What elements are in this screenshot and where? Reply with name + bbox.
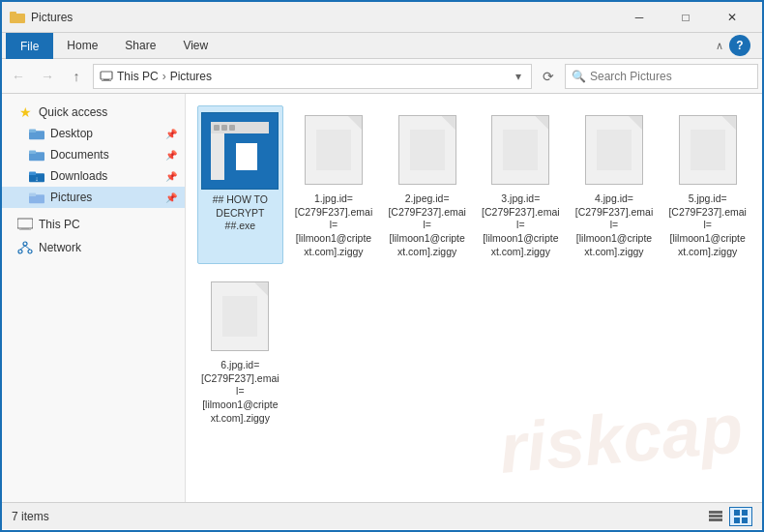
pin-icon-downloads: 📌 [165,171,177,182]
downloads-folder-icon: ↓ [29,168,44,184]
svg-rect-22 [709,511,722,514]
list-view-button[interactable] [704,507,727,526]
path-pictures[interactable]: Pictures [170,70,212,83]
network-icon [17,240,33,255]
svg-rect-6 [29,130,36,133]
svg-point-18 [18,250,22,253]
up-button[interactable]: ↑ [64,64,89,89]
ribbon-collapse-btn[interactable]: ∧ [716,40,723,52]
path-computer-icon [100,70,113,83]
desktop-folder-icon [29,126,44,141]
file-label-6: 6.jpg.id=[C279F237].email=[lilmoon1@crip… [201,359,279,425]
file-label-3: 3.jpg.id=[C279F237].email=[lilmoon1@crip… [482,192,560,258]
maximize-button[interactable]: □ [663,2,708,33]
sidebar-item-network[interactable]: Network [2,237,185,258]
svg-rect-24 [709,518,722,521]
svg-rect-27 [734,517,740,523]
file-label-5: 5.jpg.id=[C279F237].email=[lilmoon1@crip… [668,192,747,258]
svg-rect-16 [19,229,31,230]
file-thumb-exe [201,112,279,190]
sidebar-item-downloads[interactable]: ↓ Downloads 📌 [2,165,185,187]
forward-button[interactable]: → [35,64,60,89]
svg-rect-25 [734,510,740,516]
file-thumb-5 [669,111,747,189]
view-buttons [704,507,752,526]
close-button[interactable]: ✕ [710,2,754,33]
svg-point-17 [23,242,27,246]
svg-line-21 [25,246,30,250]
list-view-icon [709,510,722,523]
file-item-2[interactable]: 2.jpeg.id=[C279F237].email=[lilmoon1@cri… [384,105,470,264]
sidebar-label-this-pc: This PC [39,218,80,231]
search-icon: 🔍 [572,70,586,83]
sidebar-item-pictures[interactable]: Pictures 📌 [2,187,185,208]
svg-rect-8 [29,151,36,155]
grid-view-icon [734,510,748,523]
file-item-6[interactable]: 6.jpg.id=[C279F237].email=[lilmoon1@crip… [197,272,283,430]
sidebar: ★ Quick access Desktop 📌 Documents [2,94,186,502]
svg-rect-1 [10,12,16,15]
svg-rect-14 [17,219,33,228]
ribbon: File Home Share View ∧ ? [2,33,762,59]
path-dropdown-btn[interactable]: ▾ [512,70,525,83]
window-controls: ─ □ ✕ [617,2,754,33]
pin-icon-documents: 📌 [165,150,177,161]
file-grid: ## HOW TO DECRYPT ##.exe 1.jpg.id=[C279F… [197,105,750,430]
file-label-4: 4.jpg.id=[C279F237].email=[lilmoon1@crip… [575,192,654,258]
pin-icon-desktop: 📌 [165,129,177,139]
pictures-folder-icon [29,190,44,205]
help-button[interactable]: ? [729,35,750,56]
sidebar-label-network: Network [39,241,81,254]
documents-folder-icon [29,147,44,163]
refresh-button[interactable]: ⟳ [536,64,561,89]
item-count: 7 items [12,510,49,523]
svg-rect-23 [709,515,722,517]
file-item-decrypt-exe[interactable]: ## HOW TO DECRYPT ##.exe [197,105,283,264]
title-bar: Pictures ─ □ ✕ [2,2,762,33]
file-item-5[interactable]: 5.jpg.id=[C279F237].email=[lilmoon1@crip… [664,105,750,264]
sidebar-item-label: Quick access [39,105,107,119]
minimize-button[interactable]: ─ [617,2,661,33]
svg-rect-26 [742,510,748,516]
svg-rect-28 [742,517,748,523]
back-button[interactable]: ← [6,64,31,89]
file-item-4[interactable]: 4.jpg.id=[C279F237].email=[lilmoon1@crip… [572,105,658,264]
search-box[interactable]: 🔍 [565,64,758,89]
tab-share[interactable]: Share [111,33,169,58]
svg-point-19 [28,250,32,253]
svg-text:↓: ↓ [35,175,39,183]
search-input[interactable] [590,70,751,83]
file-item-1[interactable]: 1.jpg.id=[C279F237].email=[lilmoon1@crip… [291,105,377,264]
tab-home[interactable]: Home [53,33,111,58]
file-thumb-3 [482,111,559,189]
svg-rect-13 [29,193,36,197]
file-thumb-6 [201,278,279,355]
sidebar-label-desktop: Desktop [50,127,93,140]
path-this-pc[interactable]: This PC [117,70,159,83]
ribbon-tabs: File Home Share View ∧ ? [2,33,762,58]
app-icon [10,10,25,25]
sidebar-item-quick-access[interactable]: ★ Quick access [2,102,185,123]
window-title: Pictures [31,11,617,24]
address-path[interactable]: This PC › Pictures ▾ [93,64,532,89]
status-bar: 7 items [2,502,762,529]
svg-rect-4 [102,80,111,81]
file-thumb-1 [295,111,372,189]
file-label: ## HOW TO DECRYPT ##.exe [202,193,279,233]
file-label-1: 1.jpg.id=[C279F237].email=[lilmoon1@crip… [295,192,373,258]
sidebar-item-desktop[interactable]: Desktop 📌 [2,123,185,144]
tab-view[interactable]: View [169,33,221,58]
file-thumb-4 [575,111,653,189]
file-thumb-2 [389,111,466,189]
address-bar: ← → ↑ This PC › Pictures ▾ ⟳ 🔍 [2,59,762,94]
file-item-3[interactable]: 3.jpg.id=[C279F237].email=[lilmoon1@crip… [478,105,564,264]
sidebar-item-documents[interactable]: Documents 📌 [2,144,185,165]
file-label-2: 2.jpeg.id=[C279F237].email=[lilmoon1@cri… [388,192,466,258]
grid-view-button[interactable] [729,507,752,526]
sidebar-label-downloads: Downloads [50,169,107,183]
pin-icon-pictures: 📌 [165,192,177,203]
quick-access-icon: ★ [17,104,33,120]
tab-file[interactable]: File [6,33,53,59]
content-pane: riskcap [186,94,762,502]
sidebar-item-this-pc[interactable]: This PC [2,214,185,235]
